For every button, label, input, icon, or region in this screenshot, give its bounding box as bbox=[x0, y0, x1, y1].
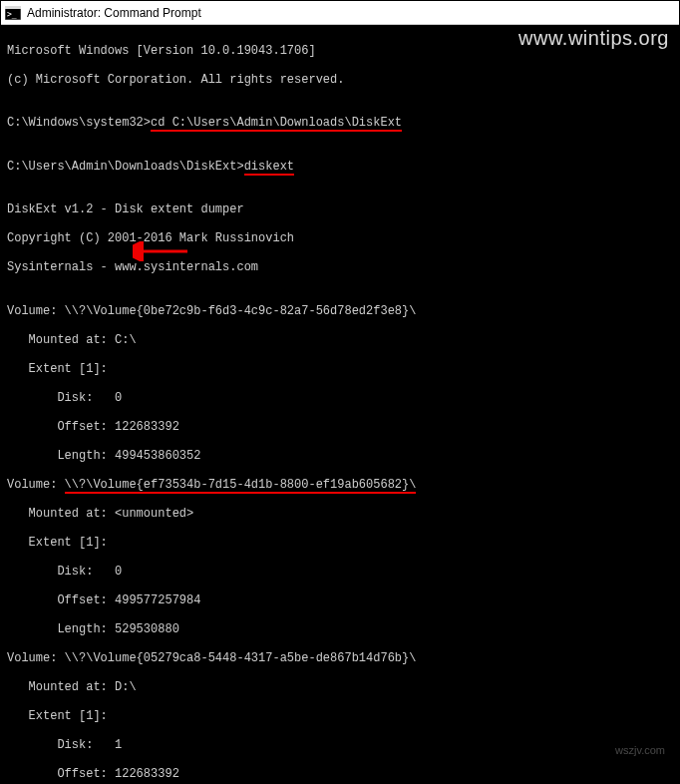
command-diskext: diskext bbox=[244, 160, 294, 176]
output-line: Copyright (C) 2001-2016 Mark Russinovich bbox=[7, 231, 673, 246]
output-line: Mounted at: C:\ bbox=[7, 333, 673, 348]
prompt: C:\Users\Admin\Downloads\DiskExt> bbox=[7, 160, 244, 174]
prompt: C:\Windows\system32> bbox=[7, 116, 151, 130]
volume-prefix: Volume: bbox=[7, 478, 65, 492]
window-titlebar: >_ Administrator: Command Prompt bbox=[1, 1, 679, 25]
window-title: Administrator: Command Prompt bbox=[27, 6, 201, 20]
command-cd: cd C:\Users\Admin\Downloads\DiskExt bbox=[151, 116, 402, 132]
volume-header: Volume: \\?\Volume{05279ca8-5448-4317-a5… bbox=[7, 651, 673, 666]
output-line: DiskExt v1.2 - Disk extent dumper bbox=[7, 202, 673, 217]
volume-path-highlight: \\?\Volume{ef73534b-7d15-4d1b-8800-ef19a… bbox=[65, 478, 417, 494]
output-line: Length: 529530880 bbox=[7, 622, 673, 637]
output-line: Extent [1]: bbox=[7, 362, 673, 377]
output-line: Disk: 0 bbox=[7, 565, 673, 580]
prompt-line: C:\Users\Admin\Downloads\DiskExt>diskext bbox=[7, 160, 673, 175]
output-line: Disk: 1 bbox=[7, 738, 673, 753]
output-line: (c) Microsoft Corporation. All rights re… bbox=[7, 73, 673, 88]
prompt-line: C:\Windows\system32>cd C:\Users\Admin\Do… bbox=[7, 116, 673, 131]
output-line: Microsoft Windows [Version 10.0.19043.17… bbox=[7, 44, 673, 59]
output-line: Length: 499453860352 bbox=[7, 449, 673, 464]
output-line: Sysinternals - www.sysinternals.com bbox=[7, 260, 673, 275]
svg-text:>_: >_ bbox=[7, 10, 17, 19]
volume-header: Volume: \\?\Volume{ef73534b-7d15-4d1b-88… bbox=[7, 478, 673, 493]
svg-rect-1 bbox=[5, 6, 21, 9]
output-line: Offset: 122683392 bbox=[7, 767, 673, 782]
cmd-icon: >_ bbox=[5, 6, 21, 20]
output-line: Disk: 0 bbox=[7, 391, 673, 406]
terminal-output[interactable]: Microsoft Windows [Version 10.0.19043.17… bbox=[1, 25, 679, 784]
volume-header: Volume: \\?\Volume{0be72c9b-f6d3-4c9c-82… bbox=[7, 304, 673, 319]
output-line: Mounted at: D:\ bbox=[7, 680, 673, 695]
output-line: Extent [1]: bbox=[7, 536, 673, 551]
output-line: Offset: 499577257984 bbox=[7, 593, 673, 608]
output-line: Extent [1]: bbox=[7, 709, 673, 724]
output-line: Offset: 122683392 bbox=[7, 420, 673, 435]
output-line: Mounted at: <unmounted> bbox=[7, 507, 673, 522]
